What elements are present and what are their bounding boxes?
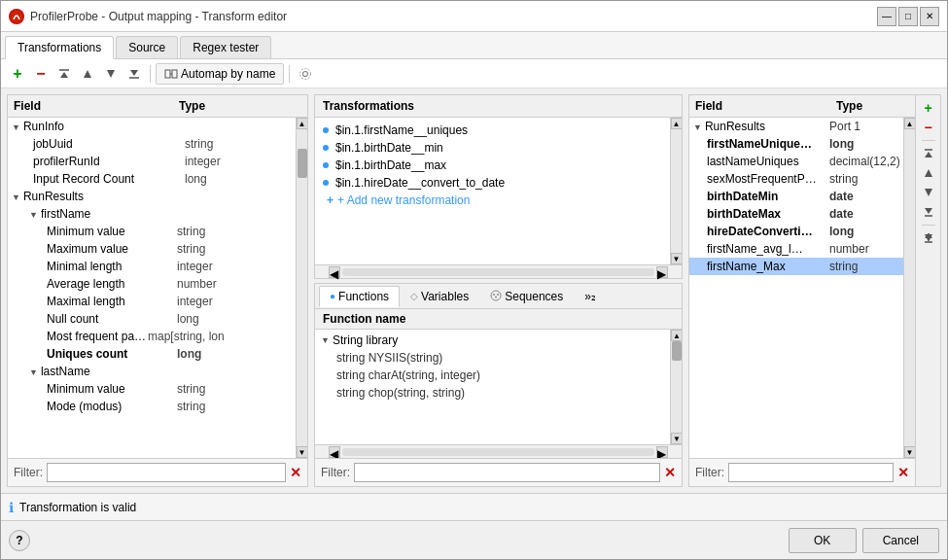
right-tree: ▼RunResults Port 1 firstNameUnique… long… bbox=[689, 118, 903, 458]
remove-button[interactable]: − bbox=[30, 63, 52, 85]
tab-more[interactable]: »₂ bbox=[574, 286, 607, 307]
maximize-button[interactable]: □ bbox=[898, 7, 918, 26]
tab-functions[interactable]: ● Functions bbox=[319, 286, 400, 307]
ok-button[interactable]: OK bbox=[789, 528, 857, 553]
status-text: Transformation is valid bbox=[19, 501, 136, 514]
svg-marker-6 bbox=[130, 70, 138, 76]
list-item[interactable]: jobUuid string bbox=[8, 135, 296, 153]
list-item[interactable]: string charAt(string, integer) bbox=[317, 367, 668, 384]
move-top-button[interactable] bbox=[53, 63, 75, 85]
list-item[interactable]: lastNameUniques decimal(12,2) bbox=[689, 153, 903, 170]
transform-dot bbox=[323, 180, 329, 186]
func-filter-clear[interactable]: ✕ bbox=[664, 466, 676, 479]
list-item[interactable]: Mode (modus) string bbox=[8, 398, 296, 415]
list-item[interactable]: Null count long bbox=[8, 310, 296, 328]
variables-icon: ◇ bbox=[410, 291, 418, 301]
list-item[interactable]: $in.1.birthDate__max bbox=[319, 157, 666, 174]
left-tree: ▼RunInfo jobUuid string profilerRunId in… bbox=[8, 118, 296, 458]
list-item[interactable]: firstName_avg_l… number bbox=[689, 240, 903, 258]
right-field-header: Field bbox=[689, 95, 830, 117]
right-move-down-button[interactable] bbox=[920, 184, 937, 201]
list-item[interactable]: ▼RunResults bbox=[8, 188, 296, 205]
list-item[interactable]: ▼RunInfo bbox=[8, 118, 296, 135]
list-item[interactable]: Input Record Count long bbox=[8, 170, 296, 188]
tab-variables[interactable]: ◇ Variables bbox=[400, 286, 479, 307]
move-up-button[interactable] bbox=[77, 63, 98, 85]
settings-button[interactable] bbox=[295, 63, 316, 85]
right-filter-clear[interactable]: ✕ bbox=[897, 466, 909, 479]
category-name: String library bbox=[333, 333, 398, 347]
right-panel-header: Field Type bbox=[689, 95, 915, 118]
list-item[interactable]: Minimum value string bbox=[8, 380, 296, 398]
cancel-button[interactable]: Cancel bbox=[862, 528, 939, 553]
list-item[interactable]: Uniques count long bbox=[8, 345, 296, 363]
right-special-button[interactable] bbox=[920, 229, 937, 247]
tab-transformations[interactable]: Transformations bbox=[5, 36, 114, 59]
help-button[interactable]: ? bbox=[9, 530, 30, 551]
list-item[interactable]: $in.1.firstName__uniques bbox=[319, 122, 666, 139]
func-scrollbar[interactable]: ▲ ▼ bbox=[670, 330, 682, 444]
list-item[interactable]: Maximum value string bbox=[8, 240, 296, 258]
list-item[interactable]: Minimum value string bbox=[8, 223, 296, 240]
right-sidebar-toolbar: + − bbox=[916, 94, 941, 487]
func-hscroll-bar bbox=[342, 448, 654, 456]
bottom-bar: ? OK Cancel bbox=[1, 520, 947, 559]
list-item[interactable]: string chop(string, string) bbox=[317, 384, 668, 402]
list-item[interactable]: ▼lastName bbox=[8, 363, 296, 380]
minimize-button[interactable]: — bbox=[877, 7, 896, 26]
list-item[interactable]: Minimal length integer bbox=[8, 258, 296, 275]
func-filter-input[interactable] bbox=[354, 463, 660, 482]
list-item[interactable]: ▼RunResults Port 1 bbox=[689, 118, 903, 135]
list-item[interactable]: $in.1.hireDate__convert_to_date bbox=[319, 174, 666, 192]
close-button[interactable]: ✕ bbox=[920, 7, 939, 26]
variables-label: Variables bbox=[421, 290, 469, 303]
tab-sequences[interactable]: Sequences bbox=[479, 286, 574, 307]
transform-header: Transformations bbox=[315, 95, 682, 118]
list-item[interactable]: ▼ String library bbox=[317, 332, 668, 349]
list-item[interactable]: profilerRunId integer bbox=[8, 153, 296, 170]
transform-text: $in.1.birthDate__max bbox=[335, 158, 446, 172]
right-remove-button[interactable]: − bbox=[920, 119, 937, 136]
automap-button[interactable]: Automap by name bbox=[156, 63, 284, 85]
list-item[interactable]: birthDateMin date bbox=[689, 188, 903, 205]
list-item[interactable]: birthDateMax date bbox=[689, 205, 903, 223]
list-item[interactable]: ▼firstName bbox=[8, 205, 296, 223]
right-move-top-button[interactable] bbox=[920, 145, 937, 162]
transform-list: $in.1.firstName__uniques $in.1.birthDate… bbox=[315, 118, 670, 264]
right-add-button[interactable]: + bbox=[920, 99, 937, 117]
right-scrollbar[interactable]: ▲ ▼ bbox=[903, 118, 915, 458]
move-down-button[interactable] bbox=[100, 63, 122, 85]
list-item[interactable]: string NYSIIS(string) bbox=[317, 349, 668, 367]
right-filter-input[interactable] bbox=[728, 463, 894, 482]
transform-hscroll[interactable]: ◀ ▶ bbox=[315, 264, 682, 278]
func-tabs: ● Functions ◇ Variables Sequences bbox=[315, 284, 682, 309]
func-hscroll[interactable]: ◀ ▶ bbox=[315, 444, 682, 458]
list-item[interactable]: $in.1.birthDate__min bbox=[319, 139, 666, 157]
add-transform-button[interactable]: + + Add new transformation bbox=[319, 192, 666, 209]
middle-panel: Transformations $in.1.firstName__uniques… bbox=[314, 94, 683, 487]
list-item[interactable]: hireDateConverti… long bbox=[689, 223, 903, 240]
list-item[interactable]: firstName_Max string bbox=[689, 258, 903, 275]
move-bottom-button[interactable] bbox=[123, 63, 145, 85]
func-list-header: Function name bbox=[315, 309, 682, 330]
add-icon: + bbox=[327, 193, 334, 207]
left-filter-input[interactable] bbox=[47, 463, 286, 482]
tab-bar: Transformations Source Regex tester bbox=[1, 32, 947, 59]
left-scrollbar[interactable]: ▲ ▼ bbox=[296, 118, 307, 458]
list-item[interactable]: Most frequent patte… map[string, lon bbox=[8, 328, 296, 345]
toolbar-separator bbox=[150, 65, 151, 83]
tab-source[interactable]: Source bbox=[116, 36, 178, 58]
list-item[interactable]: Average length number bbox=[8, 275, 296, 293]
status-icon: ℹ bbox=[9, 500, 14, 515]
tab-regex-tester[interactable]: Regex tester bbox=[180, 36, 271, 58]
left-filter-clear[interactable]: ✕ bbox=[290, 466, 301, 479]
list-item[interactable]: firstNameUnique… long bbox=[689, 135, 903, 153]
right-move-up-button[interactable] bbox=[920, 164, 937, 182]
add-button[interactable]: + bbox=[7, 63, 28, 85]
list-item[interactable]: Maximal length integer bbox=[8, 293, 296, 310]
right-move-bottom-button[interactable] bbox=[920, 203, 937, 221]
svg-point-15 bbox=[495, 296, 497, 298]
left-type-header: Type bbox=[173, 95, 211, 117]
list-item[interactable]: sexMostFrequentP… string bbox=[689, 170, 903, 188]
transform-scrollbar[interactable]: ▲ ▼ bbox=[670, 118, 682, 264]
